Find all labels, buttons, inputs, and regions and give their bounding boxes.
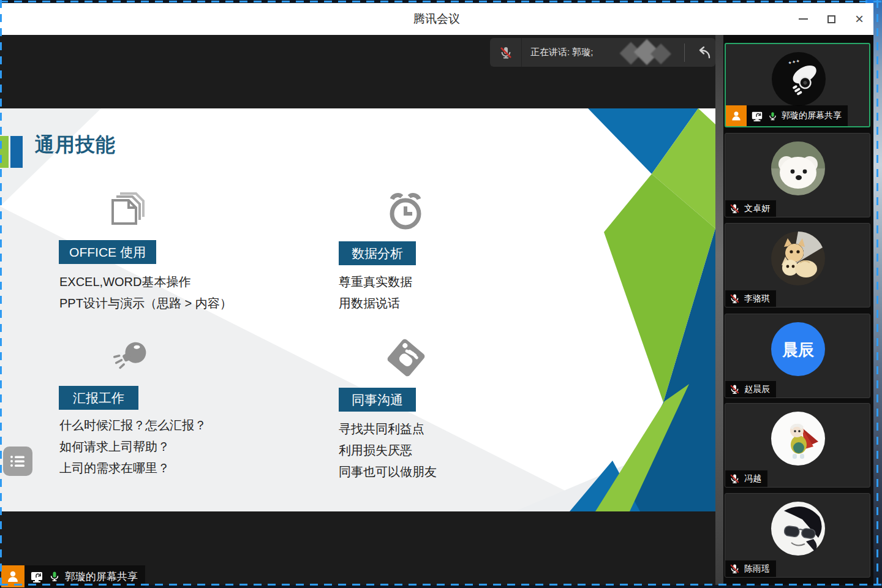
stage-gutter	[715, 35, 723, 585]
muted-mic-icon	[729, 203, 741, 214]
participant-tile-chenyuyao[interactable]: 陈雨瑶	[725, 493, 870, 578]
slide-text: 寻找共同利益点	[339, 421, 424, 437]
muted-mic-icon	[499, 45, 513, 60]
participant-tile-fengyue[interactable]: 冯越	[725, 403, 870, 488]
speaking-label: 正在讲话: 郭璇;	[530, 47, 594, 58]
section-heading-report: 汇报工作	[59, 386, 138, 410]
muted-mic-icon	[729, 563, 741, 575]
slide-text: 如何请求上司帮助？	[59, 439, 170, 455]
tile-name-row: 赵晨辰	[725, 381, 776, 398]
slide-text: 什么时候汇报？怎么汇报？	[59, 417, 206, 434]
maximize-button[interactable]	[817, 3, 845, 35]
mic-on-icon	[767, 110, 778, 122]
avatar-initials: 晨辰	[782, 341, 815, 359]
presenter-icon	[1, 565, 24, 587]
section-heading-office: OFFICE 使用	[59, 240, 156, 264]
share-label-text: 郭璇的屏幕共享	[65, 570, 138, 584]
avatar	[771, 411, 826, 466]
title-accent-green	[0, 136, 9, 168]
participant-name: 赵晨辰	[744, 384, 770, 395]
slide-text: 同事也可以做朋友	[339, 464, 437, 480]
screen-share-icon	[750, 110, 764, 122]
title-accent-blue	[10, 136, 23, 168]
tile-name-row: 郭璇的屏幕共享	[726, 105, 848, 126]
slide-text: 用数据说话	[339, 295, 400, 312]
muted-mic-icon	[729, 383, 741, 395]
window-title: 腾讯会议	[0, 3, 873, 35]
reply-arrow-icon	[695, 46, 711, 59]
minimize-button[interactable]	[789, 3, 817, 35]
muted-mic-icon	[729, 293, 741, 304]
mute-toggle[interactable]	[490, 38, 522, 67]
participant-tile-liluoqi[interactable]: 李骆琪	[725, 223, 870, 307]
close-icon: ×	[855, 12, 864, 26]
participant-name: 郭璇的屏幕共享	[782, 110, 842, 121]
avatar	[771, 141, 826, 196]
participant-name: 陈雨瑶	[744, 564, 770, 575]
slide-title: 通用技能	[35, 132, 116, 159]
reply-button[interactable]	[691, 38, 715, 67]
share-label: 郭璇的屏幕共享	[24, 565, 145, 587]
screen: 腾讯会议 × 正在讲话: 郭璇;	[0, 0, 882, 588]
slide-text: EXCEL,WORD基本操作	[59, 274, 190, 290]
section-heading-data: 数据分析	[339, 241, 416, 265]
window-titlebar: 腾讯会议 ×	[0, 3, 873, 35]
participant-sidebar: ✦✦✦ 郭璇的屏幕共享	[723, 35, 873, 585]
avatar: 晨辰	[771, 322, 826, 377]
slide-text: PPT设计与演示（思路 > 内容）	[59, 295, 232, 312]
screen-share-indicator[interactable]: 郭璇的屏幕共享	[1, 565, 145, 587]
app-logo-blur	[619, 40, 678, 65]
tag-hand-icon	[382, 334, 430, 382]
shared-slide: 通用技能 OFFICE 使用 EXCEL,WORD基本操作 PPT设计与演示（思…	[0, 108, 715, 511]
participant-name: 文卓妍	[744, 203, 770, 214]
participant-name: 李骆琪	[744, 293, 770, 304]
desktop-edge-right	[873, 0, 882, 588]
avatar	[771, 501, 826, 556]
mic-on-icon	[48, 570, 61, 583]
maximize-icon	[827, 15, 835, 23]
divider	[684, 43, 685, 62]
slide-text: 上司的需求在哪里？	[59, 460, 170, 477]
lightbulb-icon	[108, 338, 156, 377]
avatar: ✦✦✦	[771, 51, 826, 107]
slide-text: 尊重真实数据	[339, 274, 412, 290]
close-button[interactable]: ×	[845, 3, 873, 35]
active-speaker-bar: 正在讲话: 郭璇;	[490, 38, 715, 67]
muted-mic-icon	[729, 473, 741, 484]
tile-name-row: 李骆琪	[725, 290, 776, 307]
screen-share-icon	[29, 570, 44, 583]
tile-name-row: 文卓妍	[725, 200, 776, 217]
participant-tile-zhaochenchen[interactable]: 晨辰 赵晨辰	[725, 314, 870, 398]
list-icon	[10, 454, 26, 468]
participant-tile-guoxuan[interactable]: ✦✦✦ 郭璇的屏幕共享	[725, 43, 870, 127]
presenter-icon	[726, 105, 747, 126]
tile-name-row: 冯越	[725, 470, 767, 487]
minimize-icon	[799, 18, 808, 20]
participant-list-toggle[interactable]	[3, 447, 32, 476]
slide-text: 利用损失厌恶	[339, 442, 412, 459]
section-heading-comm: 同事沟通	[339, 388, 416, 412]
participant-name: 冯越	[744, 473, 761, 484]
avatar	[771, 231, 826, 286]
documents-icon	[109, 192, 148, 233]
tile-name-row: 陈雨瑶	[725, 560, 776, 577]
alarm-clock-icon	[383, 189, 428, 232]
participant-tile-wenzhuoyan[interactable]: 文卓妍	[725, 133, 870, 217]
